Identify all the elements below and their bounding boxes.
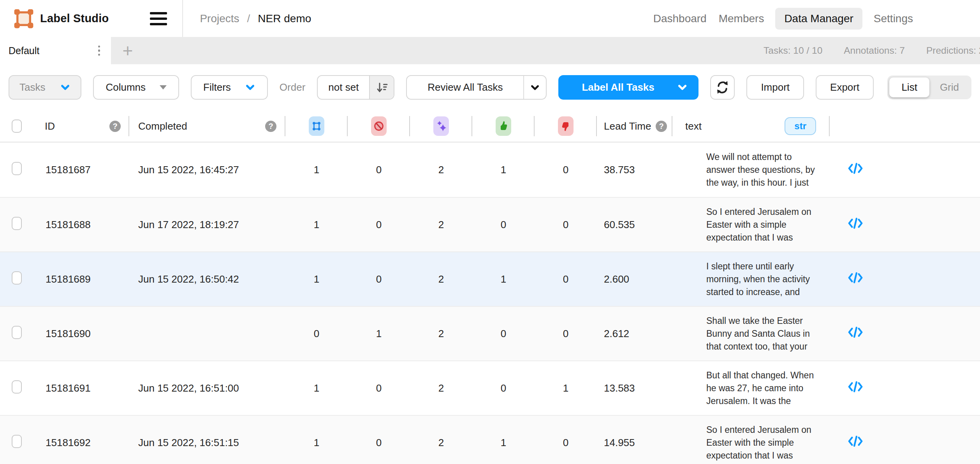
annotations-badge	[309, 116, 324, 136]
breadcrumb-current-project: NER demo	[258, 12, 311, 25]
columns-dropdown[interactable]: Columns	[93, 75, 179, 100]
predictions-count-stat: Predictions: 20	[926, 45, 980, 56]
row-select-cell	[0, 271, 37, 287]
code-icon[interactable]	[847, 271, 864, 284]
cancelled-count-cell: 1	[348, 328, 410, 340]
task-id-cell: 15181691	[37, 382, 129, 394]
menu-toggle-icon[interactable]	[150, 12, 167, 25]
cancelled-count-cell: 0	[348, 437, 410, 449]
row-select-cell	[0, 326, 37, 342]
table-row[interactable]: 15181687 Jun 15 2022, 16:45:27 1 0 2 1 0…	[0, 142, 980, 197]
code-icon[interactable]	[847, 435, 864, 448]
annotations-count-cell: 1	[285, 382, 348, 394]
column-header-accepted[interactable]	[472, 111, 535, 142]
column-header-cancelled-annotations[interactable]	[348, 111, 410, 142]
order-control[interactable]: not set	[317, 75, 394, 100]
row-select-cell	[0, 435, 37, 451]
topbar-divider	[182, 0, 183, 37]
column-header-id[interactable]: ID ?	[37, 111, 129, 142]
thumbs-down-icon	[560, 120, 572, 133]
review-all-tasks-button[interactable]: Review All Tasks	[406, 75, 547, 100]
nav-dashboard[interactable]: Dashboard	[653, 8, 707, 30]
row-checkbox[interactable]	[12, 326, 22, 339]
predictions-count-cell: 2	[410, 382, 472, 394]
breadcrumb-projects-link[interactable]: Projects	[200, 12, 239, 25]
tab-default[interactable]: Default	[0, 37, 111, 64]
predictions-count-cell: 2	[410, 328, 472, 340]
nav-members[interactable]: Members	[718, 8, 765, 30]
predictions-count-cell: 2	[410, 164, 472, 176]
table-header: ID ? Completed ?	[0, 111, 980, 142]
task-text-cell: Shall we take the Easter Bunny and Santa…	[672, 315, 830, 353]
rejected-count-cell: 0	[535, 437, 597, 449]
code-icon[interactable]	[847, 380, 864, 393]
task-text-cell: So I entered Jerusalem on Easter with a …	[672, 206, 830, 244]
table-row[interactable]: 15181691 Jun 15 2022, 16:51:00 1 0 2 0 1…	[0, 360, 980, 415]
tasks-table: ID ? Completed ?	[0, 111, 980, 464]
column-header-predictions[interactable]	[410, 111, 472, 142]
column-header-rejected[interactable]	[535, 111, 597, 142]
add-view-button[interactable]: +	[111, 37, 144, 64]
cancelled-count-cell: 0	[348, 273, 410, 285]
task-id-cell: 15181690	[37, 328, 129, 340]
table-row[interactable]: 15181692 Jun 15 2022, 16:51:15 1 0 2 1 0…	[0, 415, 980, 464]
label-all-tasks-button[interactable]: Label All Tasks	[558, 75, 698, 100]
accepted-count-cell: 1	[472, 437, 535, 449]
code-icon[interactable]	[847, 326, 864, 339]
column-header-annotations[interactable]	[285, 111, 348, 142]
nav-data-manager[interactable]: Data Manager	[775, 8, 862, 30]
accepted-count-cell: 1	[472, 164, 535, 176]
task-id-cell: 15181692	[37, 437, 129, 449]
import-button[interactable]: Import	[746, 75, 804, 100]
chevron-down-icon	[245, 82, 255, 93]
column-type-badge: str	[785, 117, 816, 135]
annotations-count-cell: 1	[285, 219, 348, 231]
chevron-down-icon	[677, 82, 688, 93]
table-row[interactable]: 15181689 Jun 15 2022, 16:50:42 1 0 2 1 0…	[0, 251, 980, 306]
bounding-box-logo-icon	[14, 9, 34, 29]
predictions-count-cell: 2	[410, 437, 472, 449]
project-stats: Tasks: 10 / 10 Annotations: 7 Prediction…	[764, 37, 980, 64]
order-label: Order	[280, 81, 305, 93]
data-manager-toolbar: Tasks Columns Filters Order not set Revi…	[0, 64, 980, 111]
column-header-text[interactable]: text str	[672, 111, 830, 142]
tab-menu-icon[interactable]	[97, 44, 102, 58]
table-row[interactable]: 15181690 0 1 2 0 0 2.612 Shall we take t…	[0, 306, 980, 360]
code-icon[interactable]	[847, 217, 864, 230]
rejected-count-cell: 0	[535, 273, 597, 285]
refresh-icon	[715, 80, 730, 95]
label-studio-logo[interactable]	[14, 9, 34, 29]
export-button[interactable]: Export	[816, 75, 874, 100]
accepted-badge	[496, 116, 511, 136]
predictions-count-cell: 2	[410, 273, 472, 285]
row-checkbox[interactable]	[12, 435, 22, 448]
accepted-count-cell: 0	[472, 382, 535, 394]
chevron-down-icon[interactable]	[524, 76, 546, 99]
column-header-lead-time[interactable]: Lead Time ?	[597, 111, 672, 142]
chevron-down-icon	[60, 82, 70, 93]
completed-cell: Jun 15 2022, 16:51:15	[129, 437, 285, 449]
column-header-completed[interactable]: Completed ?	[129, 111, 285, 142]
tasks-dropdown[interactable]: Tasks	[9, 75, 81, 100]
select-all-checkbox[interactable]	[12, 120, 22, 133]
sort-direction-button[interactable]	[369, 76, 394, 99]
row-checkbox[interactable]	[12, 380, 22, 394]
code-icon[interactable]	[847, 162, 864, 175]
cancelled-count-cell: 0	[348, 219, 410, 231]
nav-settings[interactable]: Settings	[873, 8, 914, 30]
table-row[interactable]: 15181688 Jun 17 2022, 18:19:27 1 0 2 0 0…	[0, 197, 980, 251]
task-id-cell: 15181689	[37, 273, 129, 285]
row-checkbox[interactable]	[12, 271, 22, 285]
cancel-icon	[373, 120, 385, 133]
bounding-box-icon	[311, 120, 322, 133]
row-checkbox[interactable]	[12, 217, 22, 230]
grid-view-button[interactable]: Grid	[929, 77, 969, 97]
filters-dropdown[interactable]: Filters	[191, 75, 268, 100]
lead-time-cell: 13.583	[597, 382, 672, 394]
tab-label: Default	[9, 45, 39, 56]
sparkles-icon	[435, 120, 447, 133]
row-checkbox[interactable]	[12, 162, 22, 175]
help-icon: ?	[109, 121, 121, 132]
refresh-button[interactable]	[710, 75, 735, 100]
list-view-button[interactable]: List	[889, 77, 929, 97]
